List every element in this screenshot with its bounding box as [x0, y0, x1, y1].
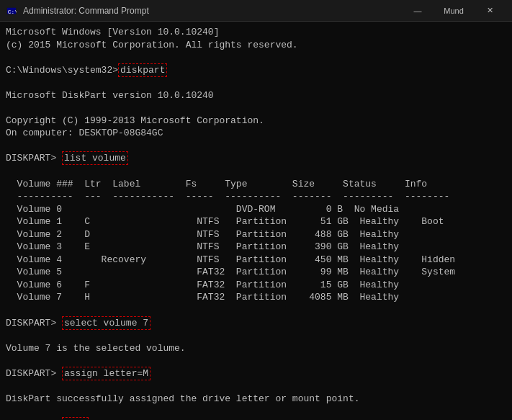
cmd-diskpart: diskpart: [118, 63, 167, 77]
line-8: Copyright (C) 1999-2013 Microsoft Corpor…: [6, 115, 506, 128]
cmd-exit: exit: [62, 417, 89, 420]
line-3: [6, 51, 506, 64]
line-10: [6, 140, 506, 153]
svg-text:C:\: C:\: [8, 8, 17, 14]
restore-button[interactable]: Mund: [437, 0, 470, 22]
diskpart-prompt-3: DISKPART>: [6, 368, 62, 379]
vol-2: Volume 2 D NTFS Partition 488 GB Healthy: [6, 228, 506, 241]
diskpart-prompt-1: DISKPART>: [6, 153, 62, 164]
line-blank-5: [6, 380, 506, 393]
line-2: (c) 2015 Microsoft Corporation. All righ…: [6, 39, 506, 52]
cmd-list-volume: list volume: [62, 151, 128, 165]
line-assigned: DiskPart successfully assigned the drive…: [6, 393, 506, 406]
vol-3: Volume 3 E NTFS Partition 390 GB Healthy: [6, 241, 506, 254]
vol-header: Volume ### Ltr Label Fs Type Size Status…: [6, 178, 506, 191]
vol-7: Volume 7 H FAT32 Partition 4085 MB Healt…: [6, 291, 506, 304]
line-9: On computer: DESKTOP-08G84GC: [6, 127, 506, 140]
line-blank-4: [6, 354, 506, 367]
vol-4: Volume 4 Recovery NTFS Partition 450 MB …: [6, 254, 506, 267]
line-blank-3: [6, 329, 506, 342]
vol-0: Volume 0 DVD-ROM 0 B No Media: [6, 203, 506, 216]
titlebar-title: Administrator: Command Prompt: [23, 6, 149, 16]
line-6: Microsoft DiskPart version 10.0.10240: [6, 89, 506, 102]
minimize-button[interactable]: —: [401, 0, 434, 22]
line-blank-6: [6, 405, 506, 418]
line-11: DISKPART> list volume: [6, 152, 506, 165]
vol-divider: ---------- --- ----------- ----- -------…: [6, 190, 506, 203]
titlebar-controls: — Mund ✕: [401, 0, 506, 22]
close-button[interactable]: ✕: [473, 0, 506, 22]
line-4: C:\Windows\system32>diskpart: [6, 64, 506, 77]
line-select: DISKPART> select volume 7: [6, 317, 506, 330]
line-blank-2: [6, 304, 506, 317]
line-12: [6, 165, 506, 178]
cmd-icon: C:\: [6, 5, 17, 17]
vol-6: Volume 6 F FAT32 Partition 15 GB Healthy: [6, 279, 506, 292]
prompt-c: C:\Windows\system32>: [6, 65, 118, 76]
terminal-window[interactable]: Microsoft Windows [Version 10.0.10240] (…: [0, 22, 512, 420]
line-selected: Volume 7 is the selected volume.: [6, 342, 506, 355]
cmd-select-vol7: select volume 7: [62, 316, 151, 330]
diskpart-prompt-2: DISKPART>: [6, 318, 62, 329]
line-5: [6, 76, 506, 89]
titlebar-left: C:\ Administrator: Command Prompt: [6, 5, 149, 17]
vol-5: Volume 5 FAT32 Partition 99 MB Healthy S…: [6, 266, 506, 279]
line-7: [6, 102, 506, 115]
titlebar: C:\ Administrator: Command Prompt — Mund…: [0, 0, 512, 22]
line-assign: DISKPART> assign letter=M: [6, 367, 506, 380]
vol-1: Volume 1 C NTFS Partition 51 GB Healthy …: [6, 215, 506, 228]
line-1: Microsoft Windows [Version 10.0.10240]: [6, 26, 506, 39]
cmd-assign-letter: assign letter=M: [62, 367, 151, 380]
